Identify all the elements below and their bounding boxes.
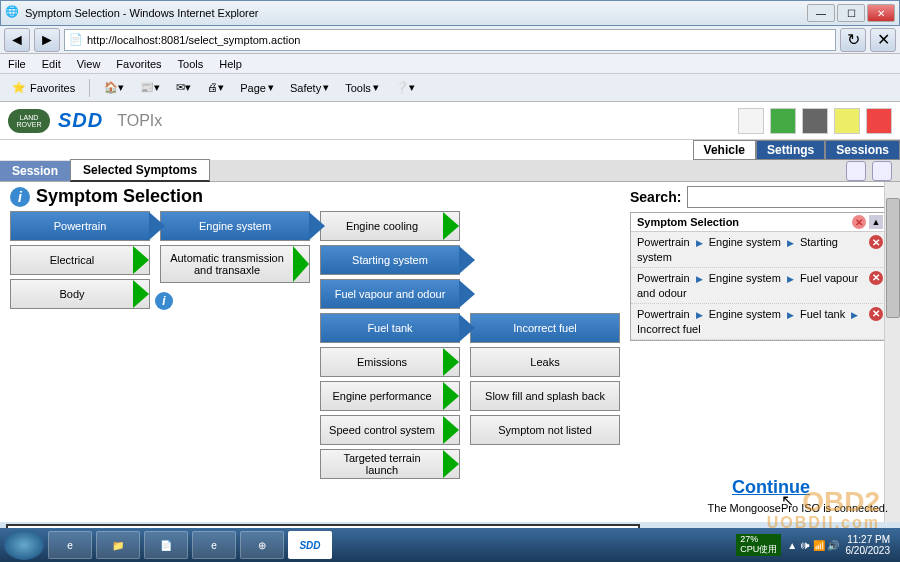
menu-favorites[interactable]: Favorites <box>108 56 169 72</box>
vehicle-icon[interactable] <box>738 108 764 134</box>
symptom-symptom-not-listed[interactable]: Symptom not listed <box>470 415 620 445</box>
tab-sessions[interactable]: Sessions <box>825 140 900 160</box>
menu-edit[interactable]: Edit <box>34 56 69 72</box>
taskbar-teamviewer[interactable]: ⊕ <box>240 531 284 559</box>
selected-symptoms-box: Symptom Selection ✕ ▲ Powertrain ▶ Engin… <box>630 212 890 341</box>
refresh-session-icon[interactable] <box>872 161 892 181</box>
selected-header: Symptom Selection <box>637 216 739 228</box>
sdd-logo: SDD <box>58 109 103 132</box>
symptom-fuel-tank[interactable]: Fuel tank <box>320 313 460 343</box>
tab-selected-symptoms[interactable]: Selected Symptoms <box>70 159 210 182</box>
system-tray: 27%CPU使用 ▲ 🕪 📶 🔊 11:27 PM6/20/2023 <box>736 534 896 556</box>
tab-vehicle[interactable]: Vehicle <box>693 140 756 160</box>
feeds-dropdown[interactable]: 📰▾ <box>134 79 166 96</box>
page-dropdown[interactable]: Page▾ <box>234 79 280 96</box>
menu-view[interactable]: View <box>69 56 109 72</box>
symptom-emissions[interactable]: Emissions <box>320 347 460 377</box>
home-dropdown[interactable]: 🏠▾ <box>98 79 130 96</box>
tray-icons[interactable]: ▲ 🕪 📶 🔊 <box>787 540 839 551</box>
address-bar: ◄ ► 📄 http://localhost:8081/select_sympt… <box>0 26 900 54</box>
mail-dropdown[interactable]: ✉▾ <box>170 79 197 96</box>
window-title-text: Symptom Selection - Windows Internet Exp… <box>25 7 259 19</box>
symptom-col-4: Incorrect fuelLeaksSlow fill and splash … <box>470 313 620 479</box>
selected-row: Powertrain ▶ Engine system ▶ Fuel vapour… <box>631 268 889 304</box>
delete-row-icon[interactable]: ✕ <box>869 271 883 285</box>
tab-settings[interactable]: Settings <box>756 140 825 160</box>
body-info-icon[interactable]: i <box>155 292 173 310</box>
rss-icon[interactable] <box>866 108 892 134</box>
favorites-button[interactable]: ⭐Favorites <box>6 79 81 96</box>
scrollbar[interactable] <box>884 182 900 522</box>
symptom-speed-control-system[interactable]: Speed control system <box>320 415 460 445</box>
stop-button[interactable]: ✕ <box>870 28 896 52</box>
symptom-leaks[interactable]: Leaks <box>470 347 620 377</box>
scrollbar-thumb[interactable] <box>886 198 900 318</box>
print-session-icon[interactable] <box>846 161 866 181</box>
refresh-button[interactable]: ↻ <box>840 28 866 52</box>
back-button[interactable]: ◄ <box>4 28 30 52</box>
taskbar-app1[interactable]: 📄 <box>144 531 188 559</box>
main-nav-tabs: Vehicle Settings Sessions <box>0 140 900 160</box>
window-title-bar: 🌐 Symptom Selection - Windows Internet E… <box>0 0 900 26</box>
taskbar: e 📁 📄 e ⊕ SDD 27%CPU使用 ▲ 🕪 📶 🔊 11:27 PM6… <box>0 528 900 562</box>
symptom-fuel-vapour-and-odour[interactable]: Fuel vapour and odour <box>320 279 460 309</box>
continue-link[interactable]: Continue <box>732 477 810 498</box>
tab-session[interactable]: Session <box>0 161 70 181</box>
symptom-col-3: Engine coolingStarting systemFuel vapour… <box>320 211 460 479</box>
search-input[interactable] <box>687 186 890 208</box>
safety-dropdown[interactable]: Safety▾ <box>284 79 335 96</box>
taskbar-sdd[interactable]: SDD <box>288 531 332 559</box>
page-title: Symptom Selection <box>36 186 203 207</box>
search-area: Search: <box>630 186 890 208</box>
close-button[interactable]: ✕ <box>867 4 895 22</box>
symptom-targeted-terrain-launch[interactable]: Targeted terrain launch <box>320 449 460 479</box>
minimize-button[interactable]: — <box>807 4 835 22</box>
cpu-meter[interactable]: 27%CPU使用 <box>736 534 781 556</box>
selected-row: Powertrain ▶ Engine system ▶ Starting sy… <box>631 232 889 268</box>
content-area: i Symptom Selection PowertrainElectrical… <box>0 182 900 522</box>
clear-all-icon[interactable]: ✕ <box>852 215 866 229</box>
symptom-incorrect-fuel[interactable]: Incorrect fuel <box>470 313 620 343</box>
taskbar-ie[interactable]: e <box>48 531 92 559</box>
print-dropdown[interactable]: 🖨▾ <box>201 79 230 96</box>
forward-button[interactable]: ► <box>34 28 60 52</box>
notes-icon[interactable] <box>834 108 860 134</box>
app-header: LANDROVER SDD TOPIx <box>0 102 900 140</box>
symptom-col-1: PowertrainElectricalBodyi <box>10 211 150 479</box>
taskbar-explorer[interactable]: 📁 <box>96 531 140 559</box>
page-icon: 📄 <box>69 33 83 47</box>
help-dropdown[interactable]: ❔▾ <box>389 79 421 96</box>
symptom-automatic-transmission-and-transaxle[interactable]: Automatic transmission and transaxle <box>160 245 310 283</box>
delete-row-icon[interactable]: ✕ <box>869 235 883 249</box>
selected-row: Powertrain ▶ Engine system ▶ Fuel tank ▶… <box>631 304 889 340</box>
taskbar-app2[interactable]: e <box>192 531 236 559</box>
symptom-starting-system[interactable]: Starting system <box>320 245 460 275</box>
symptom-engine-performance[interactable]: Engine performance <box>320 381 460 411</box>
clock[interactable]: 11:27 PM6/20/2023 <box>846 534 891 556</box>
info-icon[interactable]: i <box>10 187 30 207</box>
topix-label[interactable]: TOPIx <box>117 112 162 130</box>
tools-dropdown[interactable]: Tools▾ <box>339 79 385 96</box>
separator <box>89 79 90 97</box>
folder-icon[interactable] <box>770 108 796 134</box>
symptom-engine-system[interactable]: Engine system <box>160 211 310 241</box>
symptom-electrical[interactable]: Electrical <box>10 245 150 275</box>
menu-help[interactable]: Help <box>211 56 250 72</box>
landrover-logo: LANDROVER <box>8 109 50 133</box>
collapse-icon[interactable]: ▲ <box>869 215 883 229</box>
print-icon[interactable] <box>802 108 828 134</box>
symptom-engine-cooling[interactable]: Engine cooling <box>320 211 460 241</box>
start-button[interactable] <box>4 530 44 560</box>
symptom-slow-fill-and-splash-back[interactable]: Slow fill and splash back <box>470 381 620 411</box>
url-input[interactable]: 📄 http://localhost:8081/select_symptom.a… <box>64 29 836 51</box>
url-text: http://localhost:8081/select_symptom.act… <box>87 34 300 46</box>
delete-row-icon[interactable]: ✕ <box>869 307 883 321</box>
sub-tabs: Session Selected Symptoms <box>0 160 900 182</box>
symptom-powertrain[interactable]: Powertrain <box>10 211 150 241</box>
menu-file[interactable]: File <box>0 56 34 72</box>
symptom-body[interactable]: Bodyi <box>10 279 150 309</box>
command-bar: ⭐Favorites 🏠▾ 📰▾ ✉▾ 🖨▾ Page▾ Safety▾ Too… <box>0 74 900 102</box>
maximize-button[interactable]: ☐ <box>837 4 865 22</box>
mongoose-status: The MongoosePro ISO is connected. <box>708 502 888 514</box>
menu-tools[interactable]: Tools <box>170 56 212 72</box>
